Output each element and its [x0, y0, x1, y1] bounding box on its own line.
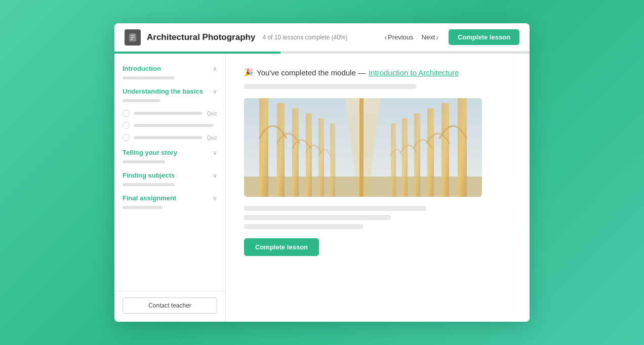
content-bar-1	[244, 206, 426, 211]
svg-rect-20	[244, 98, 482, 197]
understanding-progress-bar	[123, 99, 160, 102]
header-complete-lesson-button[interactable]: Complete lesson	[449, 29, 519, 45]
chevron-up-icon: ∧	[213, 65, 217, 72]
sidebar-section-finding: Finding subjects ∨	[114, 168, 225, 186]
svg-rect-2	[131, 37, 135, 38]
sidebar-sections: Introduction ∧ Understanding the basics …	[114, 62, 225, 287]
sidebar-section-understanding-title: Understanding the basics	[123, 88, 203, 95]
list-item[interactable]: Quiz	[123, 107, 217, 119]
sidebar-section-understanding-header[interactable]: Understanding the basics ∨	[123, 84, 217, 96]
list-item[interactable]	[123, 119, 217, 132]
sidebar-section-final-header[interactable]: Final assignment ∨	[123, 191, 217, 203]
contact-teacher-button[interactable]: Contact teacher	[123, 297, 217, 314]
lesson-label-bar-1	[134, 112, 203, 115]
progress-text: 4 of 10 lessons complete (40%)	[262, 34, 347, 41]
sidebar-footer: Contact teacher	[114, 291, 225, 314]
sidebar-section-telling-header[interactable]: Telling your story ∨	[123, 146, 217, 157]
sidebar-section-final: Final assignment ∨	[114, 191, 225, 209]
chevron-left-icon: ‹	[384, 33, 387, 41]
chevron-down-icon: ∨	[213, 195, 217, 202]
sidebar-section-finding-header[interactable]: Finding subjects ∨	[123, 168, 217, 180]
header-navigation: ‹ Previous Next › Complete lesson	[381, 29, 519, 45]
sidebar-section-telling-title: Telling your story	[123, 149, 177, 156]
svg-rect-3	[131, 39, 133, 40]
course-image	[244, 98, 482, 197]
sidebar-section-final-title: Final assignment	[123, 194, 176, 202]
sidebar-section-introduction-header[interactable]: Introduction ∧	[123, 62, 217, 73]
introduction-progress-bar	[123, 76, 175, 79]
completion-emoji: 🎉	[244, 68, 254, 77]
sidebar-section-understanding: Understanding the basics ∨ Quiz	[114, 84, 225, 144]
chevron-down-icon: ∨	[213, 88, 217, 95]
lesson-radio-1	[123, 110, 130, 117]
telling-progress-bar	[123, 160, 165, 163]
course-logo	[125, 29, 141, 46]
chevron-down-icon: ∨	[213, 149, 217, 156]
lesson-tag-3: Quiz	[207, 135, 217, 141]
body: Introduction ∧ Understanding the basics …	[114, 54, 530, 322]
lesson-tag-1: Quiz	[207, 111, 217, 116]
completion-text: You've completed the module —	[257, 68, 366, 77]
chevron-right-icon: ›	[436, 33, 438, 41]
app-window: Architectural Photography 4 of 10 lesson…	[114, 23, 530, 322]
header: Architectural Photography 4 of 10 lesson…	[114, 23, 530, 52]
content-bar-3	[244, 224, 363, 229]
main-content: 🎉 You've completed the module — Introduc…	[226, 54, 530, 322]
lesson-radio-2	[123, 122, 130, 129]
completion-banner: 🎉 You've completed the module — Introduc…	[244, 68, 511, 77]
lesson-label-bar-2	[134, 124, 213, 127]
sidebar-section-finding-title: Finding subjects	[123, 171, 175, 179]
list-item[interactable]: Quiz	[123, 132, 217, 144]
main-complete-lesson-button[interactable]: Complete lesson	[244, 238, 319, 256]
content-text-bars	[244, 206, 511, 229]
completion-link[interactable]: Introduction to Architecture	[369, 68, 459, 77]
course-title: Architectural Photography	[147, 32, 255, 42]
chevron-down-icon: ∨	[213, 172, 217, 179]
sidebar-section-telling: Telling your story ∨	[114, 146, 225, 163]
lesson-label-bar-3	[134, 136, 203, 139]
sidebar-section-introduction: Introduction ∧	[114, 62, 225, 79]
final-progress-bar	[123, 206, 163, 209]
sidebar: Introduction ∧ Understanding the basics …	[114, 54, 226, 322]
next-button[interactable]: Next ›	[419, 31, 441, 44]
lesson-radio-3	[123, 134, 130, 141]
main-subtitle-bar	[244, 84, 416, 89]
previous-button[interactable]: ‹ Previous	[381, 31, 416, 44]
content-bar-2	[244, 215, 391, 220]
sidebar-section-introduction-title: Introduction	[123, 65, 161, 72]
svg-rect-1	[131, 35, 135, 36]
finding-progress-bar	[123, 183, 175, 186]
